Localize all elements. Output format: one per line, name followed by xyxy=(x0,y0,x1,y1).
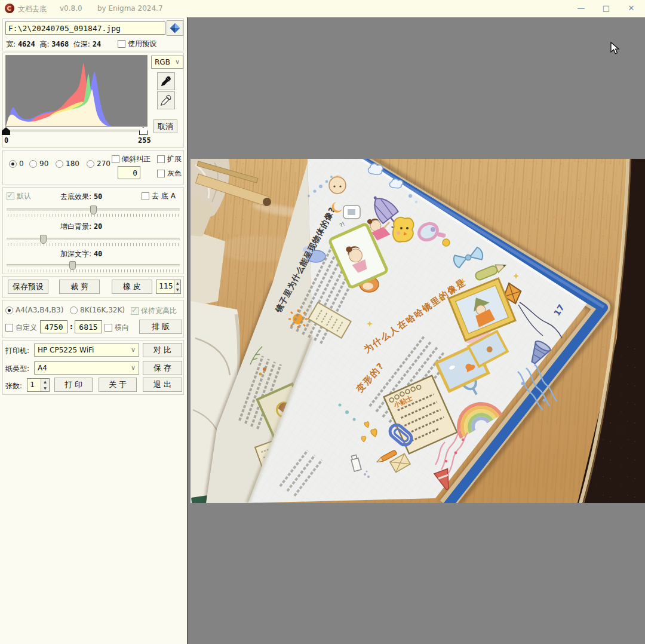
custom-width-input[interactable] xyxy=(40,320,67,333)
paper-a4-radio[interactable]: A4(A3,B4,B3) xyxy=(5,306,63,314)
crop-button[interactable]: 裁 剪 xyxy=(59,280,100,294)
print-group: 打印机: HP CP5225 WiFi ∨ 对 比 纸类型: A4 ∨ 保 存 … xyxy=(2,340,184,395)
print-button[interactable]: 打 印 xyxy=(54,378,93,392)
copies-value: 1 xyxy=(27,379,41,391)
chevron-down-icon: ∨ xyxy=(131,362,136,374)
debg-label: 去底效果: 50 xyxy=(60,192,102,202)
layout-button[interactable]: 排 版 xyxy=(139,320,182,334)
app-title: 文档去底 xyxy=(18,4,47,14)
cancel-button[interactable]: 取消 xyxy=(153,119,177,133)
black-level-marker[interactable] xyxy=(2,127,10,135)
histogram-group: RGB ∨ 取消 0 255 xyxy=(2,53,184,148)
file-group: 宽: 4624 高: 3468 位深: 24 使用预设 xyxy=(2,19,184,51)
angle-input[interactable] xyxy=(118,166,140,179)
app-byline: by Enigma 2024.7 xyxy=(97,4,163,13)
darken-value: 40 xyxy=(94,250,102,258)
use-preset-checkbox[interactable]: 使用预设 xyxy=(118,39,156,49)
chevron-down-icon: ∨ xyxy=(175,56,180,68)
close-button[interactable]: ✕ xyxy=(619,0,644,17)
eyedropper-filled-icon xyxy=(159,75,173,88)
save-button[interactable]: 保 存 xyxy=(143,361,182,375)
expand-checkbox[interactable]: 扩展 xyxy=(157,154,182,164)
darken-slider-ticks xyxy=(8,269,179,272)
app-version: v0.8.0 xyxy=(60,4,82,13)
mouse-cursor xyxy=(610,42,620,55)
printer-label: 打印机: xyxy=(5,346,29,356)
image-width-value: 4624 xyxy=(18,40,35,48)
compare-button[interactable]: 对 比 xyxy=(143,343,182,357)
tools-group: 保存预设 裁 剪 橡 皮 115 ▲▼ xyxy=(2,276,184,298)
scanned-photo: ?! 镜子里为什么能呈现物体的像? xyxy=(191,159,645,503)
blue-diamond-icon xyxy=(169,22,181,34)
eyedropper-outline-icon xyxy=(159,94,173,107)
colon-label: : xyxy=(70,323,73,331)
minimize-button[interactable]: — xyxy=(569,0,594,17)
level-min-label: 0 xyxy=(4,136,8,145)
file-path-input[interactable] xyxy=(5,22,165,35)
whiten-slider-thumb[interactable] xyxy=(40,235,47,244)
rotate-90-radio[interactable]: 90 xyxy=(29,160,48,168)
eraser-size-value: 115 xyxy=(156,280,174,293)
debg-slider[interactable] xyxy=(7,208,180,211)
copies-label: 张数: xyxy=(5,381,22,391)
spinner-arrows-icon[interactable]: ▲▼ xyxy=(41,379,49,391)
level-max-label: 255 xyxy=(138,136,151,145)
deskew-checkbox[interactable]: 倾斜纠正 xyxy=(112,154,150,164)
browse-button[interactable] xyxy=(167,20,183,36)
paper-type-label: 纸类型: xyxy=(5,364,29,374)
histogram-plot xyxy=(5,55,148,127)
landscape-checkbox[interactable]: 横向 xyxy=(105,323,129,333)
spinner-arrows-icon[interactable]: ▲▼ xyxy=(174,280,180,293)
keep-ratio-checkbox[interactable]: 保持宽高比 xyxy=(131,306,177,316)
rotate-270-radio[interactable]: 270 xyxy=(87,160,110,168)
copies-spinner[interactable]: 1 ▲▼ xyxy=(27,378,50,392)
channel-select[interactable]: RGB ∨ xyxy=(151,56,183,69)
title-bar: 文档去底 v0.8.0 by Enigma 2024.7 — □ ✕ xyxy=(0,0,645,18)
white-point-picker-button[interactable] xyxy=(157,91,175,109)
chick-doodle xyxy=(393,217,413,242)
rotate-group: 0 90 180 270 倾斜纠正 扩展 灰色 xyxy=(2,150,184,185)
black-point-picker-button[interactable] xyxy=(157,72,175,90)
gray-checkbox[interactable]: 灰色 xyxy=(157,168,182,179)
effects-group: 默认 去底效果: 50 去 底 A 增白背景: 20 加深文字: 40 xyxy=(2,187,184,274)
paper-8k-radio[interactable]: 8K(16K,32K) xyxy=(70,306,125,314)
image-depth-value: 24 xyxy=(93,40,101,48)
debg-a-checkbox[interactable]: 去 底 A xyxy=(142,191,176,201)
darken-label: 加深文字: 40 xyxy=(60,249,102,259)
printer-select[interactable]: HP CP5225 WiFi ∨ xyxy=(34,344,139,357)
custom-size-checkbox[interactable]: 自定义 xyxy=(5,323,37,333)
rotate-180-radio[interactable]: 180 xyxy=(56,160,79,168)
exit-button[interactable]: 退 出 xyxy=(143,378,182,392)
whiten-value: 20 xyxy=(94,222,102,231)
rotate-0-radio[interactable]: 0 xyxy=(9,160,24,168)
whiten-slider-ticks xyxy=(8,243,179,246)
preview-canvas[interactable]: ?! 镜子里为什么能呈现物体的像? xyxy=(187,17,645,644)
paper-group: A4(A3,B4,B3) 8K(16K,32K) 保持宽高比 自定义 : 横向 … xyxy=(2,300,184,338)
image-width-label: 宽: 4624 高: 3468 位深: 24 xyxy=(6,39,101,50)
maximize-button[interactable]: □ xyxy=(594,0,619,17)
paper-type-select[interactable]: A4 ∨ xyxy=(34,361,139,375)
default-checkbox[interactable]: 默认 xyxy=(7,191,31,201)
level-slider-track[interactable] xyxy=(5,130,146,132)
chevron-down-icon: ∨ xyxy=(131,344,136,356)
darken-slider-thumb[interactable] xyxy=(69,261,76,270)
image-height-value: 3468 xyxy=(51,40,69,48)
white-level-marker[interactable] xyxy=(139,127,148,135)
custom-height-input[interactable] xyxy=(75,320,102,333)
save-preset-button[interactable]: 保存预设 xyxy=(8,280,48,294)
debg-slider-ticks xyxy=(8,214,179,217)
about-button[interactable]: 关 于 xyxy=(99,378,137,392)
eraser-button[interactable]: 橡 皮 xyxy=(112,280,152,294)
whiten-label: 增白背景: 20 xyxy=(60,222,102,232)
eraser-size-spinner[interactable]: 115 ▲▼ xyxy=(156,280,181,294)
whiten-slider[interactable] xyxy=(7,238,180,240)
control-panel: 宽: 4624 高: 3468 位深: 24 使用预设 RGB ∨ xyxy=(0,17,187,644)
debg-slider-thumb[interactable] xyxy=(90,206,97,214)
darken-slider[interactable] xyxy=(7,264,180,266)
app-icon xyxy=(5,4,14,13)
debg-value: 50 xyxy=(94,192,102,201)
